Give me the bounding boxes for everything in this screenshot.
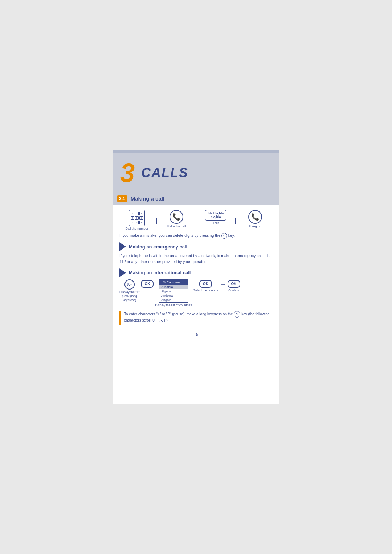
call-icon: 📞 xyxy=(170,210,183,224)
intl-step-ok1: OK xyxy=(141,279,154,288)
keypad-key-9: 9 xyxy=(139,221,143,224)
keypad-icon: 1 2 3 4 5 6 7 8 9 xyxy=(129,210,145,226)
note-box: To enter characters "+" or "P" (pause), … xyxy=(119,311,273,325)
intl-step-1: 0.+ Display the "+"prefix (longkeypress) xyxy=(119,279,139,302)
hangup-visual: 📞 xyxy=(248,210,262,224)
divider-1: | xyxy=(154,217,159,224)
keypad-key-2: 2 xyxy=(135,212,139,215)
international-subsection-header: Making an international call xyxy=(119,268,273,277)
intl-step-ok2: OK Select the country xyxy=(193,279,218,292)
make-call-label: Make the call xyxy=(167,225,186,229)
intl-step-ok3: OK Confirm xyxy=(228,279,240,292)
keypad-key-7: 7 xyxy=(131,221,134,224)
step-make-call: 📞 Make the call xyxy=(159,210,194,229)
talk-bubble: bla,bla,blabla,bla xyxy=(205,210,226,221)
step-hang-up: 📞 Hang up xyxy=(238,210,273,229)
country-list: +© Countries Albania Algeria Andorra Ang… xyxy=(159,279,188,303)
section-title: Making a call xyxy=(131,195,164,202)
ok-button-2[interactable]: OK xyxy=(199,280,212,288)
note-bar xyxy=(119,311,121,325)
keypad-visual: 1 2 3 4 5 6 7 8 9 xyxy=(129,210,145,226)
note-text: To enter characters "+" or "P" (pause), … xyxy=(124,311,273,323)
arrow-right-icon: → xyxy=(220,281,226,288)
keypad-key-4: 4 xyxy=(131,216,134,220)
step-talk: bla,bla,blabla,bla Talk xyxy=(198,210,233,226)
country-item-algeria[interactable]: Algeria xyxy=(159,289,188,294)
top-bar xyxy=(113,150,279,153)
hangup-icon: 📞 xyxy=(248,210,262,224)
intl-step-countries: +© Countries Albania Algeria Andorra Ang… xyxy=(155,279,192,307)
emergency-text: If your telephone is within the area cov… xyxy=(119,253,273,265)
country-item-albania[interactable]: Albania xyxy=(159,285,188,289)
delete-key-icon: C xyxy=(221,233,227,239)
international-call-diagram: 0.+ Display the "+"prefix (longkeypress)… xyxy=(119,279,273,307)
intl-step3-label: Select the country xyxy=(193,288,218,292)
intl-step4-label: Confirm xyxy=(228,288,239,292)
chapter-title: CALLS xyxy=(141,165,188,181)
zero-plus-key: 0.+ xyxy=(124,279,135,290)
ok-button-1[interactable]: OK xyxy=(141,280,154,288)
dial-label: Dial the number xyxy=(125,227,148,231)
hangup-label: Hang up xyxy=(249,225,261,229)
section-header: 3.1 Making a call xyxy=(113,193,279,205)
delete-info-text: If you make a mistake, you can delete di… xyxy=(119,233,273,239)
chapter-number: 3 xyxy=(120,160,135,186)
emergency-title: Making an emergency call xyxy=(129,244,187,250)
keypad-key-5: 5 xyxy=(135,216,139,220)
keypad-key-3: 3 xyxy=(139,212,143,215)
talk-visual: bla,bla,blabla,bla xyxy=(205,210,226,221)
chapter-header: 3 CALLS xyxy=(113,153,279,193)
page-number: 15 xyxy=(119,329,273,342)
making-call-diagram: 1 2 3 4 5 6 7 8 9 Dial the number | xyxy=(119,210,273,231)
international-triangle-icon xyxy=(119,268,126,277)
content-area: 1 2 3 4 5 6 7 8 9 Dial the number | xyxy=(113,205,279,347)
plus-icon: +© xyxy=(161,280,166,284)
divider-3: | xyxy=(233,217,238,224)
intl-step2-label: Display the list of countries xyxy=(155,303,192,307)
intl-arrow: → xyxy=(220,279,226,288)
emergency-subsection-header: Making an emergency call xyxy=(119,242,273,251)
country-item-andorra[interactable]: Andorra xyxy=(159,294,188,298)
page-container: 3 CALLS 3.1 Making a call 1 2 3 4 xyxy=(113,150,279,404)
ok-button-3[interactable]: OK xyxy=(228,280,240,288)
keypad-key-1: 1 xyxy=(131,212,134,215)
talk-label: Talk xyxy=(213,221,219,226)
divider-2: | xyxy=(194,217,199,224)
international-title: Making an international call xyxy=(129,270,191,275)
intl-step1-label: Display the "+"prefix (longkeypress) xyxy=(119,290,139,302)
keypad-key-8: 8 xyxy=(135,221,139,224)
note-key-icon: 0+ xyxy=(234,311,240,318)
country-item-angola[interactable]: Angola xyxy=(159,298,188,302)
keypad-key-6: 6 xyxy=(139,216,143,220)
step-dial: 1 2 3 4 5 6 7 8 9 Dial the number xyxy=(119,210,154,231)
section-number-badge: 3.1 xyxy=(117,195,127,202)
phone-call-icon: 📞 xyxy=(170,210,183,224)
emergency-triangle-icon xyxy=(119,242,126,251)
country-list-header: +© Countries xyxy=(159,280,188,285)
